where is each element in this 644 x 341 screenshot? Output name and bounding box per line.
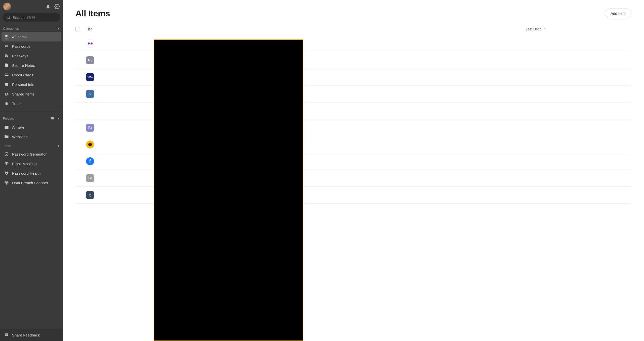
- visa-icon: VISA: [86, 73, 94, 81]
- chevron-down-icon: ▼: [57, 117, 60, 120]
- sidebar-item-email-masking[interactable]: Email Masking: [2, 159, 61, 168]
- note-icon: [4, 63, 9, 68]
- sidebar-item-shared-items[interactable]: Shared Items: [2, 89, 61, 99]
- tumblr-icon: [86, 191, 94, 199]
- svg-point-17: [7, 56, 8, 56]
- sidebar-item-label: Personal Info: [12, 82, 34, 87]
- svg-point-29: [7, 163, 8, 164]
- notifications-icon[interactable]: [45, 4, 51, 9]
- cyberghost-icon: [86, 140, 94, 149]
- section-header-folders[interactable]: Folders + ▼: [0, 114, 63, 122]
- sidebar-item-data-breach-scanner[interactable]: Data Breach Scanner: [2, 178, 61, 187]
- column-last-used[interactable]: Last Used: [526, 27, 631, 31]
- search-shortcut: (⌘F): [27, 15, 35, 19]
- section-header-tools[interactable]: Tools ▼: [0, 141, 63, 149]
- svg-point-16: [5, 54, 7, 56]
- gear-icon[interactable]: [54, 4, 60, 9]
- svg-rect-22: [5, 83, 8, 86]
- add-folder-icon[interactable]: +: [50, 116, 55, 121]
- share-feedback-button[interactable]: Share Feedback: [0, 329, 63, 341]
- svg-rect-19: [6, 66, 7, 66]
- folders-label: Folders: [3, 117, 14, 120]
- sidebar-item-label: Password Generator: [12, 152, 47, 156]
- mask-icon: [4, 161, 9, 166]
- svg-point-33: [6, 334, 6, 335]
- svg-point-23: [6, 84, 7, 85]
- folder-icon: [4, 125, 9, 130]
- sidebar-item-label: Shared Items: [12, 92, 34, 96]
- svg-point-34: [6, 334, 7, 335]
- svg-point-28: [6, 163, 6, 164]
- select-all-cell: [75, 27, 86, 31]
- generator-icon: [4, 152, 9, 157]
- health-icon: [4, 171, 9, 176]
- sidebar-item-label: All Items: [12, 35, 27, 39]
- svg-point-25: [7, 93, 8, 94]
- sidebar-item-label: Passkeys: [12, 54, 28, 58]
- chevron-down-icon: ▼: [57, 27, 60, 30]
- sidebar-item-trash[interactable]: Trash: [2, 99, 61, 108]
- search-wrap: Search (⌘F): [0, 13, 63, 24]
- my-icon: My: [86, 56, 94, 64]
- sidebar-item-label: Trash: [12, 102, 22, 106]
- feedback-label: Share Feedback: [12, 333, 40, 337]
- svg-point-6: [5, 36, 6, 37]
- sidebar-top: [0, 0, 63, 13]
- redacted-region: [154, 39, 303, 341]
- add-item-button[interactable]: Add Item: [605, 9, 631, 18]
- sidebar-item-label: Websites: [12, 135, 27, 139]
- table-header: Title Last Used: [75, 25, 631, 35]
- chevron-down-icon: [543, 27, 547, 31]
- svg-point-35: [7, 334, 7, 335]
- page-title: All Items: [75, 9, 110, 18]
- so-icon: So: [86, 174, 94, 182]
- svg-point-10: [6, 38, 7, 38]
- main-content: All Items Add Item Title Last Used My VI…: [63, 0, 644, 341]
- svg-point-5: [8, 35, 8, 36]
- sidebar-item-all-items[interactable]: All Items: [2, 32, 61, 41]
- last-used-label: Last Used: [526, 27, 542, 31]
- sidebar-item-credit-cards[interactable]: Credit Cards: [2, 70, 61, 80]
- folders-list: Affiliate Websites: [0, 122, 63, 141]
- svg-point-1: [7, 16, 10, 19]
- grid-icon: [4, 34, 9, 39]
- categories-list: All Items Passwords Passkeys Secure Note…: [0, 32, 63, 108]
- facebook-icon: f: [86, 157, 94, 165]
- microsoft-icon: [86, 107, 94, 115]
- column-title[interactable]: Title: [86, 27, 526, 31]
- section-header-categories[interactable]: Categories ▼: [0, 24, 63, 32]
- svg-point-4: [6, 35, 7, 36]
- scanner-icon: [4, 180, 9, 185]
- svg-point-15: [7, 46, 8, 46]
- svg-line-2: [9, 18, 10, 19]
- sidebar-item-secure-notes[interactable]: Secure Notes: [2, 61, 61, 70]
- tools-label: Tools: [3, 144, 11, 148]
- categories-label: Categories: [3, 27, 19, 30]
- trash-icon: [4, 101, 9, 106]
- tools-list: Password Generator Email Masking Passwor…: [0, 149, 63, 187]
- svg-text:+: +: [53, 116, 54, 118]
- sidebar-item-personal-info[interactable]: Personal Info: [2, 80, 61, 89]
- svg-point-24: [5, 93, 7, 94]
- sidebar-item-passwords[interactable]: Passwords: [2, 41, 61, 51]
- sidebar-item-passkeys[interactable]: Passkeys: [2, 51, 61, 61]
- svg-rect-21: [5, 74, 9, 75]
- sidebar-item-password-generator[interactable]: Password Generator: [2, 149, 61, 159]
- search-placeholder: Search: [13, 15, 25, 20]
- af-icon: Af: [86, 90, 94, 98]
- sidebar-item-label: Password Health: [12, 171, 41, 175]
- avatar[interactable]: [3, 3, 11, 11]
- svg-point-3: [5, 35, 6, 36]
- svg-point-9: [5, 38, 6, 38]
- passkey-icon: [4, 53, 9, 58]
- sidebar-item-password-health[interactable]: Password Health: [2, 168, 61, 178]
- sidebar-item-label: Data Breach Scanner: [12, 181, 48, 185]
- sidebar-item-affiliate[interactable]: Affiliate: [2, 122, 61, 132]
- sidebar-item-websites[interactable]: Websites: [2, 132, 61, 141]
- people-icon: [4, 91, 9, 96]
- select-all-checkbox[interactable]: [75, 27, 80, 31]
- flickr-icon: [86, 39, 94, 47]
- search-input[interactable]: Search (⌘F): [3, 13, 60, 22]
- key-icon: [4, 44, 9, 49]
- sidebar-item-label: Email Masking: [12, 162, 37, 166]
